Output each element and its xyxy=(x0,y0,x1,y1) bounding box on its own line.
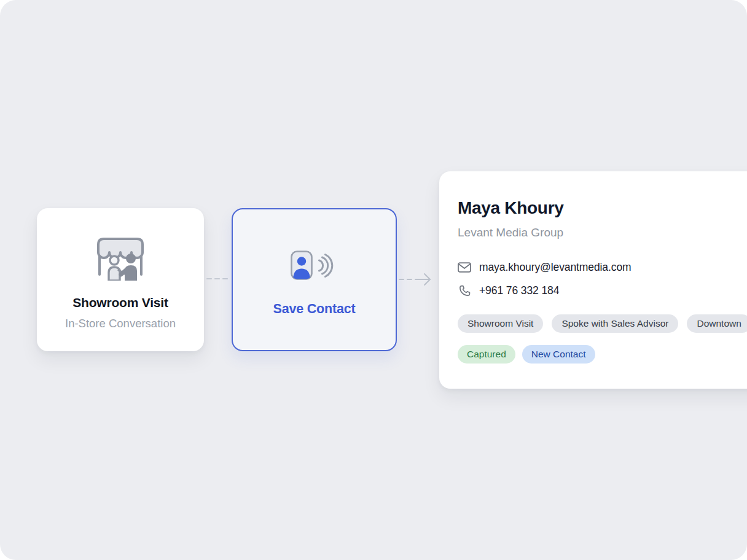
tag-showroom-visit: Showroom Visit xyxy=(458,314,543,333)
tag-spoke-with-sales-advisor: Spoke with Sales Advisor xyxy=(552,314,678,333)
context-tags-row: Showroom Visit Spoke with Sales Advisor … xyxy=(458,314,747,333)
action-step-label: Save Contact xyxy=(273,301,356,317)
source-step-subtitle: In-Store Conversation xyxy=(65,317,176,330)
tag-downtown: Downtown xyxy=(687,314,747,333)
status-badge-captured: Captured xyxy=(458,345,515,364)
status-badge-new-contact: New Contact xyxy=(522,345,595,364)
status-tags-row: Captured New Contact xyxy=(458,345,747,364)
source-step-title: Showroom Visit xyxy=(72,295,168,310)
connector-dashes xyxy=(206,275,231,282)
contact-name: Maya Khoury xyxy=(458,198,747,218)
contact-email: maya.khoury@levantmedia.com xyxy=(479,261,632,274)
phone-icon xyxy=(458,285,471,297)
canvas-frame: Showroom Visit In-Store Conversation xyxy=(0,0,747,560)
flow-node-save-contact[interactable]: Save Contact xyxy=(232,208,397,351)
contact-phone: +961 76 332 184 xyxy=(479,284,559,297)
contact-card-signal-icon xyxy=(291,251,338,281)
contact-company: Levant Media Group xyxy=(458,226,747,239)
flow-node-showroom-visit[interactable]: Showroom Visit In-Store Conversation xyxy=(37,208,204,351)
storefront-handshake-icon xyxy=(92,234,149,281)
contact-email-row: maya.khoury@levantmedia.com xyxy=(458,260,747,274)
connector-arrow xyxy=(398,272,434,287)
contact-preview-card: Maya Khoury Levant Media Group maya.khou… xyxy=(439,171,747,389)
envelope-icon xyxy=(458,262,471,273)
contact-phone-row: +961 76 332 184 xyxy=(458,283,747,298)
